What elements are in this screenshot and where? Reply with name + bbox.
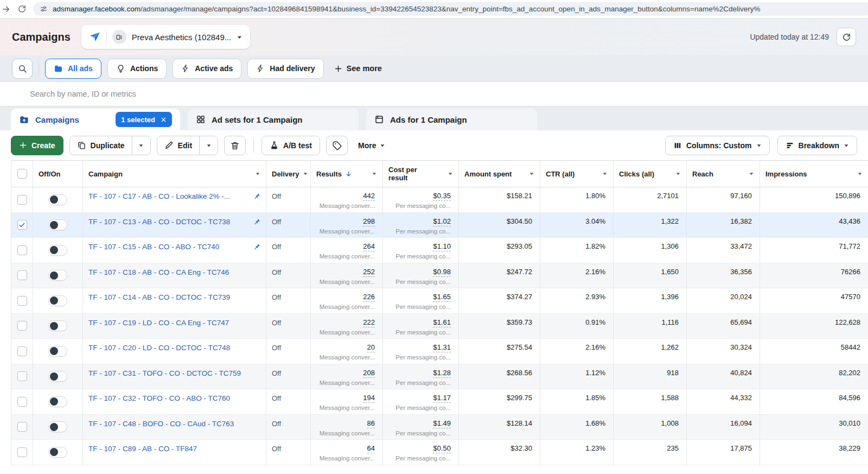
campaign-link[interactable]: TF - 107 - C14 - AB - CO - DCTOC - TC739 [88,293,230,301]
results-value[interactable]: 20 [367,343,375,352]
cost-value[interactable]: $1.02 [433,217,451,226]
row-checkbox[interactable] [17,321,27,331]
select-all-checkbox[interactable] [17,169,27,179]
campaign-link[interactable]: TF - 107 - C48 - BOFO - CO - CAud - TC76… [88,420,234,428]
row-checkbox[interactable] [17,346,27,356]
cost-value[interactable]: $1.61 [433,318,451,327]
see-more-button[interactable]: See more [330,64,386,73]
duplicate-button[interactable]: Duplicate [70,136,132,155]
row-checkbox[interactable] [17,371,27,381]
row-checkbox[interactable] [17,397,27,407]
column-header-amount-spent[interactable]: Amount spent [459,161,540,187]
campaign-toggle[interactable] [48,245,67,256]
results-value[interactable]: 298 [363,217,375,226]
more-button[interactable]: More [354,141,390,150]
columns-button[interactable]: Columns: Custom [665,136,770,155]
campaign-link[interactable]: TF - 107 - C31 - TOFO - CO - DCTOC - TC7… [88,369,241,377]
campaign-toggle[interactable] [48,421,67,432]
column-header-delivery[interactable]: Delivery [266,161,311,187]
campaign-link[interactable]: TF - 107 - C13 - AB - CO - DCTOC - TC738 [88,218,230,226]
row-checkbox[interactable] [17,245,27,255]
row-checkbox[interactable] [17,422,27,432]
chevron-down-icon[interactable] [303,171,308,176]
row-checkbox[interactable] [17,195,27,205]
results-value[interactable]: 226 [363,293,375,302]
filter-chip-actions[interactable]: Actions [107,59,167,79]
edit-button[interactable]: Edit [157,136,199,155]
cost-value[interactable]: $1.28 [433,369,451,378]
column-header-results[interactable]: Results [311,161,383,187]
search-input[interactable] [30,90,856,98]
account-selector[interactable]: Preva Aesthetics (102849... [81,25,250,49]
campaign-link[interactable]: TF - 107 - C18 - AB - CO - CA Eng - TC74… [88,268,229,276]
tab-ad-sets[interactable]: Ad sets for 1 Campaign [188,109,359,130]
breakdown-button[interactable]: Breakdown [777,136,857,155]
row-checkbox[interactable] [17,220,27,230]
row-checkbox[interactable] [17,447,27,457]
chevron-down-icon[interactable] [749,171,754,176]
results-value[interactable]: 64 [367,444,375,453]
column-header-clicks[interactable]: Clicks (all) [614,161,687,187]
selected-count-badge[interactable]: 1 selected [116,112,172,127]
results-value[interactable]: 208 [363,369,375,378]
chevron-down-icon[interactable] [857,171,863,176]
campaign-toggle[interactable] [48,219,67,230]
campaign-link[interactable]: TF - 107 - C19 - LD - CO - CA Eng - TC74… [88,319,229,327]
campaign-link[interactable]: TF - 107 - C89 - AB - CO - TF847 [88,445,197,453]
column-header-campaign[interactable]: Campaign [83,161,266,187]
campaign-link[interactable]: TF - 107 - C20 - LD - CO - DCTOC - TC748 [88,344,230,352]
forward-icon[interactable] [1,4,11,14]
campaign-toggle[interactable] [48,447,67,458]
search-filter-button[interactable] [12,59,33,79]
chevron-down-icon[interactable] [529,171,534,176]
campaign-toggle[interactable] [48,194,67,205]
chevron-down-icon[interactable] [372,171,377,176]
results-value[interactable]: 194 [363,394,375,403]
ab-test-button[interactable]: A/B test [261,136,320,155]
chevron-down-icon[interactable] [448,171,453,176]
column-header-cost-per-result[interactable]: Cost per result [383,161,459,187]
results-value[interactable]: 442 [363,192,375,201]
campaign-toggle[interactable] [48,396,67,407]
cost-value[interactable]: $0.35 [433,192,451,201]
filter-chip-had-delivery[interactable]: Had delivery [247,59,323,79]
cost-value[interactable]: $0.98 [433,268,451,277]
results-value[interactable]: 222 [363,318,375,327]
chevron-down-icon[interactable] [675,171,681,176]
campaign-link[interactable]: TF - 107 - C15 - AB - CO - ABO - TC740 [88,243,219,251]
campaign-link[interactable]: TF - 107 - C17 - AB - CO - Lookalike 2% … [88,192,230,200]
row-checkbox[interactable] [17,270,27,280]
campaign-toggle[interactable] [48,371,67,382]
tag-button[interactable] [326,136,348,155]
reload-icon[interactable] [17,4,27,14]
column-header-ctr[interactable]: CTR (all) [540,161,614,187]
url-bar[interactable]: adsmanager.facebook.com/adsmanager/manag… [33,2,868,16]
campaign-toggle[interactable] [48,346,67,357]
results-value[interactable]: 252 [363,268,375,277]
cost-value[interactable]: $1.17 [433,394,451,403]
filter-chip-all-ads[interactable]: All ads [45,59,101,79]
filter-chip-active-ads[interactable]: Active ads [173,59,241,79]
campaign-toggle[interactable] [48,270,67,281]
results-value[interactable]: 264 [363,242,375,251]
chevron-down-icon[interactable] [255,171,260,176]
campaign-toggle[interactable] [48,295,67,306]
campaign-link[interactable]: TF - 107 - C32 - TOFO - CO - ABO - TC760 [88,394,230,402]
cost-value[interactable]: $1.65 [433,293,451,302]
cost-value[interactable]: $1.31 [433,343,451,352]
duplicate-dropdown[interactable] [132,136,150,155]
site-info-icon[interactable] [40,5,48,13]
campaign-toggle[interactable] [48,320,67,331]
create-button[interactable]: Create [11,136,63,155]
edit-dropdown[interactable] [199,136,218,155]
cost-value[interactable]: $1.10 [433,242,451,251]
results-value[interactable]: 86 [367,419,375,428]
row-checkbox[interactable] [17,296,27,306]
cost-value[interactable]: $0.50 [433,444,451,453]
close-icon[interactable] [161,117,167,123]
tab-ads[interactable]: Ads for 1 Campaign [366,109,537,130]
delete-button[interactable] [224,136,246,155]
column-header-impressions[interactable]: Impressions [760,161,868,187]
cost-value[interactable]: $1.49 [433,419,451,428]
column-header-reach[interactable]: Reach [687,161,760,187]
